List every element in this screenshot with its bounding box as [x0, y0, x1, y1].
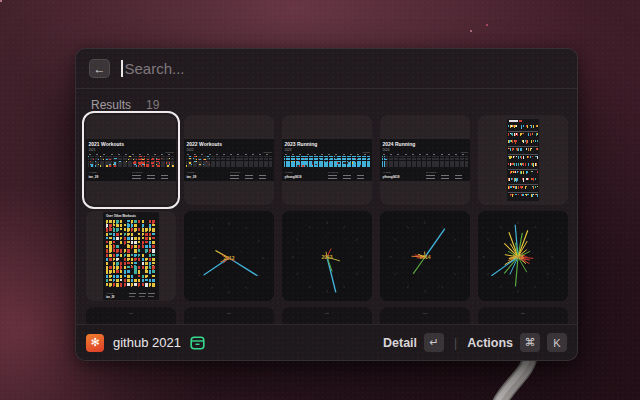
svg-text:yihong0618: yihong0618 [285, 175, 302, 179]
svg-text:STATISTICS: STATISTICS [132, 171, 143, 173]
thumbnail-cut-off [282, 307, 372, 324]
thumbnail-cut-off [86, 307, 176, 324]
results-count: 19 [146, 98, 159, 112]
results-label: Results [91, 98, 131, 112]
result-card-over-10km-workouts[interactable]: Over 10km Workouts ATHLETE ian_29 [86, 211, 176, 301]
thumbnail-cut-off [184, 307, 274, 324]
back-button[interactable]: ← [89, 59, 110, 78]
thumbnail-radial-chart: 2013 [282, 211, 372, 301]
cmd-keycap[interactable]: ⌘ [520, 333, 540, 352]
svg-text:2012: 2012 [223, 255, 234, 261]
results-scroll-area[interactable]: 2021 Workouts 2021 workouts ATHLETE ian_… [76, 111, 577, 324]
search-input[interactable]: Search... [125, 60, 185, 77]
svg-text:2023 Running: 2023 Running [285, 141, 318, 147]
result-card-2021-workouts[interactable]: 2021 Workouts 2021 workouts ATHLETE ian_… [86, 115, 176, 205]
svg-text:ATHLETE: ATHLETE [285, 171, 294, 173]
result-card-2018[interactable]: 2018 [478, 211, 568, 301]
actions-label[interactable]: Actions [467, 336, 513, 350]
thumbnail-radial-chart: 2012 [184, 211, 274, 301]
result-card-cut [86, 307, 176, 324]
result-card-2013[interactable]: 2013 [282, 211, 372, 301]
svg-text:ATHLETE: ATHLETE [187, 171, 196, 173]
result-card-2024-running[interactable]: 2024 Running 2024 running ATHLETE yihong… [380, 115, 470, 205]
results-grid: 2021 Workouts 2021 workouts ATHLETE ian_… [86, 115, 567, 324]
result-card-cut [282, 307, 372, 324]
svg-text:ATHLETE: ATHLETE [106, 292, 113, 294]
svg-text:2023: 2023 [285, 148, 292, 152]
svg-text:STATISTICS: STATISTICS [230, 171, 241, 173]
return-keycap[interactable]: ↵ [424, 333, 444, 352]
svg-text:ATHLETE: ATHLETE [383, 171, 392, 173]
thumbnail-radial-chart: 2014 [380, 211, 470, 301]
svg-text:2021: 2021 [89, 148, 96, 152]
svg-text:STATISTICS: STATISTICS [328, 171, 339, 173]
svg-text:STATISTICS: STATISTICS [426, 171, 437, 173]
green-archive-icon [190, 336, 205, 350]
launcher-window: ← Search... Results 19 2021 Workouts 202… [75, 48, 578, 361]
svg-text:running: running [363, 151, 370, 153]
svg-text:Over 10km Workouts: Over 10km Workouts [106, 214, 136, 218]
svg-text:2014: 2014 [419, 254, 430, 260]
result-card-2014[interactable]: 2014 [380, 211, 470, 301]
svg-text:workouts: workouts [263, 151, 271, 153]
svg-text:ATHLETE: ATHLETE [89, 171, 98, 173]
k-keycap[interactable]: K [547, 333, 567, 352]
svg-text:2024 Running: 2024 Running [383, 141, 416, 147]
svg-text:running: running [461, 151, 468, 153]
thumbnail-heatmap-poster: 2023 Running 2023 running ATHLETE yihong… [282, 139, 372, 181]
svg-text:workouts: workouts [165, 151, 173, 153]
thumbnail-cut-off [380, 307, 470, 324]
svg-text:2024: 2024 [383, 148, 390, 152]
result-card-2012[interactable]: 2012 [184, 211, 274, 301]
result-card-cut [184, 307, 274, 324]
back-arrow-icon: ← [94, 62, 106, 76]
svg-text:yihong0618: yihong0618 [383, 175, 400, 179]
svg-text:2022: 2022 [187, 148, 194, 152]
result-card-cut [478, 307, 568, 324]
search-bar: ← Search... [76, 49, 577, 89]
thumbnail-cut-off [478, 307, 568, 324]
detail-label: Detail [383, 336, 417, 350]
svg-text:2018: 2018 [512, 254, 523, 260]
status-bar: ✻ github 2021 Detail ↵ | Actions ⌘ K [76, 324, 577, 360]
text-caret [121, 60, 123, 77]
selected-item-title: github 2021 [113, 335, 181, 350]
result-card-2022-workouts[interactable]: 2022 Workouts 2022 workouts ATHLETE ian_… [184, 115, 274, 205]
thumbnail-multi-year-poster [507, 119, 539, 201]
svg-text:2022 Workouts: 2022 Workouts [187, 141, 223, 147]
result-card-multi-strip[interactable] [478, 115, 568, 205]
results-header: Results 19 [76, 89, 577, 112]
github-poster-app-icon: ✻ [86, 334, 104, 352]
thumbnail-heatmap-poster: 2021 Workouts 2021 workouts ATHLETE ian_… [86, 139, 176, 181]
hint-divider: | [454, 336, 457, 350]
result-card-2023-running[interactable]: 2023 Running 2023 running ATHLETE yihong… [282, 115, 372, 205]
thumbnail-heatmap-poster: 2024 Running 2024 running ATHLETE yihong… [380, 139, 470, 181]
svg-text:ian_29: ian_29 [89, 175, 99, 179]
thumbnail-radial-chart: 2018 [478, 211, 568, 301]
thumbnail-heatmap-poster: 2022 Workouts 2022 workouts ATHLETE ian_… [184, 139, 274, 181]
result-card-cut [380, 307, 470, 324]
svg-text:2013: 2013 [321, 254, 332, 260]
svg-text:ian_29: ian_29 [106, 295, 115, 299]
svg-text:2021 Workouts: 2021 Workouts [89, 141, 125, 147]
thumbnail-tall-poster: Over 10km Workouts ATHLETE ian_29 [103, 212, 159, 300]
svg-text:ian_29: ian_29 [187, 175, 197, 179]
